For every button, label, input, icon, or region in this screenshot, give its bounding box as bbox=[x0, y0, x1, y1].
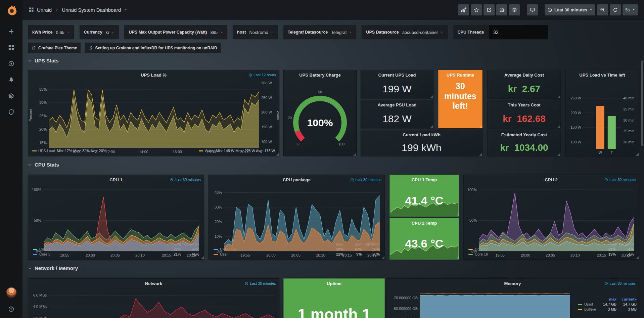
panel-title[interactable]: Estimated Yearly Cost bbox=[501, 132, 547, 137]
variable-telegraf-datasource[interactable]: Telegraf Datasource Telegraf bbox=[283, 25, 357, 39]
variable-label-chip: CPU Threads bbox=[453, 25, 490, 39]
panel-title[interactable]: Average Daily Cost bbox=[504, 73, 544, 78]
panel-title[interactable]: Average PSU Load bbox=[378, 102, 417, 107]
panel-header: UPS Battery Charge bbox=[284, 70, 356, 80]
section-cpu-stats[interactable]: CPU Stats bbox=[28, 162, 59, 168]
variable-label: host bbox=[237, 30, 246, 35]
refresh-interval-label: 5s bbox=[625, 7, 630, 12]
variable-value[interactable]: kr bbox=[106, 30, 115, 35]
variable-value[interactable]: Nostromo bbox=[249, 30, 273, 35]
legend-item[interactable]: Buffered bbox=[578, 307, 596, 311]
variable-value[interactable]: Telegraf bbox=[331, 30, 352, 35]
legend-item[interactable]: Used bbox=[578, 302, 596, 306]
zoom-out-time-button[interactable] bbox=[597, 4, 608, 15]
breadcrumb-app[interactable]: Unraid bbox=[37, 7, 52, 13]
panel-title[interactable]: Uptime bbox=[327, 281, 341, 286]
svg-text:4.0 MBs: 4.0 MBs bbox=[33, 305, 47, 309]
panel-title[interactable]: Network bbox=[145, 281, 162, 286]
plus-icon bbox=[8, 28, 14, 35]
panel-title[interactable]: UPS Load % bbox=[141, 73, 167, 78]
panel-title[interactable]: UPS Load vs Time left bbox=[579, 73, 625, 78]
add-panel-button[interactable] bbox=[458, 4, 469, 15]
variable-value[interactable]: 865 bbox=[210, 30, 223, 35]
cpu2-chart[interactable]: 0%50%100%19:5520:0020:0520:1020:1520:20 bbox=[464, 185, 639, 242]
variable-currency[interactable]: Currency kr bbox=[80, 25, 119, 39]
panel-average-daily-cost: Average Daily Cost kr 2.67 bbox=[488, 70, 561, 98]
memory-chart[interactable]: 50.000000 GB60.000000 GB70.000000 GB bbox=[386, 288, 573, 318]
panel-title[interactable]: CPU 1 Temp bbox=[412, 177, 437, 182]
cpu-package-chart[interactable]: 0%10%20%30%40%19:5520:0020:0520:1020:152… bbox=[209, 185, 384, 242]
alerting-button[interactable] bbox=[5, 75, 18, 84]
cpu1-chart[interactable]: 0%50%100%19:5520:0020:0520:1020:1520:20 bbox=[28, 185, 204, 242]
side-menu bbox=[0, 0, 22, 318]
cycle-view-mode-button[interactable] bbox=[527, 4, 538, 15]
svg-text:18:00: 18:00 bbox=[206, 150, 216, 154]
legend-column-header[interactable]: max bbox=[596, 297, 616, 301]
caret-down-icon bbox=[632, 8, 635, 11]
refresh-interval-picker[interactable]: 5s bbox=[623, 4, 638, 15]
variable-kwh-price[interactable]: kWh Price 0.65 bbox=[28, 25, 74, 39]
link-ups-monitoring-guide[interactable]: Setting up Grafana and InfluxDB for UPS … bbox=[85, 43, 221, 53]
stat-value: kr 1034.00 bbox=[488, 140, 560, 156]
panel-title[interactable]: CPU package bbox=[283, 177, 311, 182]
variable-value[interactable]: 0.65 bbox=[56, 30, 70, 35]
breadcrumb-dashboard-title[interactable]: Unraid System Dashboard bbox=[62, 7, 121, 13]
svg-text:6.0 MBs: 6.0 MBs bbox=[33, 293, 47, 297]
variable-label: CPU Threads bbox=[458, 30, 484, 35]
panel-title[interactable]: UPS Battery Charge bbox=[299, 73, 341, 78]
zoom-out-icon bbox=[600, 7, 605, 12]
section-ups-stats[interactable]: UPS Stats bbox=[28, 58, 59, 63]
question-icon bbox=[8, 306, 14, 312]
svg-text:0%: 0% bbox=[217, 249, 222, 253]
save-dashboard-button[interactable] bbox=[496, 4, 507, 15]
svg-text:100%: 100% bbox=[32, 188, 41, 192]
legend-column-header[interactable]: current▾ bbox=[616, 297, 637, 301]
variable-cpu-threads: CPU Threads bbox=[453, 25, 548, 39]
clock-icon bbox=[170, 178, 173, 182]
panel-title[interactable]: CPU 2 Temp bbox=[412, 221, 437, 226]
ups-load-chart[interactable]: 15%20%25%30%35%100 W150 W200 W250 W300 W… bbox=[28, 80, 279, 148]
stat-value: 182 W bbox=[361, 110, 433, 128]
panel-title[interactable]: Memory bbox=[504, 281, 521, 286]
grafana-logo-icon[interactable] bbox=[4, 3, 18, 17]
scrollbar-thumb[interactable] bbox=[641, 60, 643, 146]
ups-load-vs-time-chart[interactable]: 100 W150 W200 W250 W20 min25 min30 min35… bbox=[566, 80, 639, 156]
cpu-threads-input[interactable] bbox=[489, 25, 548, 39]
battery-gauge[interactable]: 02050100100% bbox=[284, 80, 356, 156]
bell-icon bbox=[8, 77, 14, 83]
variable-ups-datasource[interactable]: UPS Datasource apcupsd-container bbox=[362, 25, 448, 39]
section-network-memory[interactable]: Network / Memory bbox=[28, 265, 78, 271]
create-button[interactable] bbox=[5, 27, 18, 36]
panel-title[interactable]: CPU 1 bbox=[109, 177, 122, 182]
time-range-picker[interactable]: Last 30 minutes bbox=[545, 4, 595, 15]
panel-title[interactable]: CPU 2 bbox=[545, 177, 557, 182]
refresh-button[interactable] bbox=[610, 4, 621, 15]
dashboard-settings-button[interactable] bbox=[509, 4, 520, 15]
svg-text:20%: 20% bbox=[215, 220, 222, 224]
star-dashboard-button[interactable] bbox=[471, 4, 482, 15]
variable-ups-max-output[interactable]: UPS Max Output Power Capacity (Watt) 865 bbox=[124, 25, 227, 39]
panel-estimated-yearly-cost: Estimated Yearly Cost kr 1034.00 bbox=[488, 130, 561, 156]
svg-text:20%: 20% bbox=[39, 127, 47, 131]
configuration-button[interactable] bbox=[5, 91, 18, 100]
share-dashboard-button[interactable] bbox=[484, 4, 495, 15]
panel-time-range: Last 30 minutes bbox=[604, 281, 636, 285]
link-grafana-plex-theme[interactable]: Grafana Plex Theme bbox=[28, 43, 81, 53]
panel-title[interactable]: Current Load kWh bbox=[403, 132, 441, 137]
caret-down-icon[interactable] bbox=[124, 8, 128, 12]
panel-title[interactable]: This Years Cost bbox=[508, 102, 540, 107]
panel-title[interactable]: UPS Runtime bbox=[447, 73, 474, 78]
svg-text:20:00: 20:00 bbox=[521, 253, 531, 257]
explore-button[interactable] bbox=[5, 59, 18, 68]
help-button[interactable] bbox=[5, 305, 18, 313]
svg-text:W: W bbox=[599, 150, 602, 154]
dashboards-button[interactable] bbox=[5, 43, 18, 52]
variable-value[interactable]: apcupsd-container bbox=[402, 30, 444, 35]
panel-title[interactable]: Current UPS Load bbox=[378, 73, 416, 78]
user-avatar[interactable] bbox=[6, 287, 17, 298]
network-chart[interactable]: 2.0 MBs4.0 MBs6.0 MBs bbox=[28, 288, 279, 318]
panel-cpu-2: CPU 2 Last 30 minutes 0%50%100%19:5520:0… bbox=[463, 175, 639, 260]
server-admin-button[interactable] bbox=[5, 107, 18, 116]
variable-host[interactable]: host Nostromo bbox=[233, 25, 278, 39]
svg-text:20:20: 20:20 bbox=[367, 253, 377, 257]
